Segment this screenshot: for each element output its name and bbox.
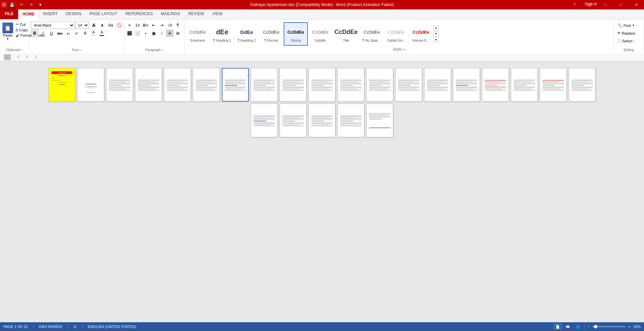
zoom-out-button[interactable]: −: [587, 325, 589, 329]
paragraph-expand-icon[interactable]: ↘: [161, 48, 164, 51]
tab-mailings[interactable]: MAILINGS: [157, 9, 184, 19]
shrink-font-button[interactable]: A: [98, 22, 106, 29]
align-right-button[interactable]: ▪: [142, 30, 149, 37]
maximize-button[interactable]: □: [613, 0, 629, 9]
multilevel-list-button[interactable]: ⊞≡: [142, 22, 149, 29]
replace-button[interactable]: ⟳ Replace: [616, 30, 642, 36]
styles-scroll-down[interactable]: ▼: [433, 31, 439, 37]
page-thumb-11[interactable]: [337, 68, 364, 102]
page-thumb-16[interactable]: [482, 68, 509, 102]
page-thumb-13[interactable]: [395, 68, 422, 102]
zoom-in-button[interactable]: +: [629, 325, 631, 329]
text-effects-button[interactable]: A: [81, 30, 89, 37]
style-normal[interactable]: CcDdEe ¶ Normal: [259, 22, 283, 46]
justify-button[interactable]: ▣: [150, 30, 157, 37]
show-formatting-button[interactable]: ¶: [174, 22, 182, 29]
decrease-indent-button[interactable]: ⇤: [150, 22, 157, 29]
ruler-corner[interactable]: L: [4, 54, 11, 60]
page-thumb-23[interactable]: [337, 104, 364, 137]
page-thumb-8[interactable]: [251, 68, 278, 102]
language-indicator[interactable]: ENGLISH (UNITED STATES): [88, 325, 136, 329]
font-size-select[interactable]: 14: [76, 22, 89, 29]
style-heading2[interactable]: DdEe ¶ Heading 2: [235, 22, 259, 46]
page-thumb-14[interactable]: [424, 68, 451, 102]
strikethrough-button[interactable]: abc: [56, 30, 64, 37]
spelling-icon[interactable]: ☑: [73, 325, 77, 329]
page-thumb-12[interactable]: [366, 68, 393, 102]
paste-button[interactable]: 📋 Paste ▼: [1, 22, 14, 41]
page-thumb-1[interactable]: تحقیق آنلاین Tahghighat.ir فایل ورد و اف…: [48, 68, 75, 102]
find-button[interactable]: 🔍 Find ▼: [616, 22, 642, 29]
tab-view[interactable]: VIEW: [208, 9, 227, 19]
change-case-button[interactable]: Aa: [107, 22, 114, 29]
minimize-button[interactable]: ─: [598, 0, 613, 9]
bold-button[interactable]: B: [31, 30, 38, 37]
page-thumb-20[interactable]: [251, 104, 278, 137]
style-subtle-em[interactable]: CcDdEe Subtle Em...: [384, 22, 408, 46]
zoom-level[interactable]: 10%: [633, 325, 641, 329]
subscript-button[interactable]: x₂: [65, 30, 72, 37]
font-color-button[interactable]: A: [98, 30, 106, 37]
save-qat-button[interactable]: 💾: [8, 1, 16, 8]
style-no-spacing[interactable]: CcDdEe ¶ No Spac...: [360, 22, 384, 46]
tab-insert[interactable]: INSERT: [39, 9, 62, 19]
page-thumb-18[interactable]: [540, 68, 567, 102]
page-thumb-4[interactable]: [135, 68, 162, 102]
increase-indent-button[interactable]: ⇥: [158, 22, 165, 29]
styles-expand-button[interactable]: ▼: [433, 37, 439, 43]
tab-review[interactable]: REVIEW: [184, 9, 208, 19]
page-thumb-21[interactable]: [280, 104, 307, 137]
align-left-button[interactable]: ⬛: [126, 30, 133, 37]
bullets-button[interactable]: ≡: [126, 22, 133, 29]
tab-design[interactable]: DESIGN: [62, 9, 85, 19]
sort-button[interactable]: ↕A: [166, 22, 173, 29]
tab-home[interactable]: HOME: [18, 9, 39, 20]
tab-page-layout[interactable]: PAGE LAYOUT: [85, 9, 121, 19]
style-strong[interactable]: CcDdEe Strong: [284, 22, 308, 46]
clear-formatting-button[interactable]: 🚫: [115, 22, 123, 29]
restore-button[interactable]: ❐: [582, 0, 598, 9]
style-intense-e[interactable]: CcDdEe Intense E...: [409, 22, 433, 46]
undo-qat-button[interactable]: ↶: [17, 1, 26, 8]
styles-expand-icon[interactable]: ↘: [403, 47, 405, 51]
page-thumb-2[interactable]: [77, 68, 104, 102]
document-area[interactable]: تحقیق آنلاین Tahghighat.ir فایل ورد و اف…: [0, 61, 644, 322]
page-thumb-7[interactable]: [222, 68, 249, 102]
page-thumb-24[interactable]: [366, 104, 393, 137]
underline-button[interactable]: U: [48, 30, 55, 37]
tab-references[interactable]: REFERENCES: [121, 9, 157, 19]
page-thumb-19[interactable]: [569, 68, 596, 102]
align-center-button[interactable]: ⬜: [134, 30, 141, 37]
full-reading-view-button[interactable]: 📖: [564, 324, 571, 329]
print-view-button[interactable]: 📄: [554, 324, 561, 329]
style-title[interactable]: CcDdEe Title: [333, 22, 359, 46]
font-expand-icon[interactable]: ↘: [79, 48, 82, 51]
page-thumb-5[interactable]: [164, 68, 191, 102]
customize-qat-button[interactable]: ▼: [36, 1, 44, 8]
shading-button[interactable]: A: [166, 30, 173, 37]
styles-scroll-up[interactable]: ▲: [433, 25, 439, 31]
clipboard-expand-icon[interactable]: ↘: [21, 48, 23, 51]
style-subtitle[interactable]: CcDdEe Subtitle: [308, 22, 332, 46]
web-view-button[interactable]: 🌐: [574, 324, 581, 329]
redo-qat-button[interactable]: ↷: [27, 1, 35, 8]
page-thumb-15[interactable]: [453, 68, 480, 102]
zoom-slider[interactable]: [592, 326, 626, 327]
page-thumb-3[interactable]: [106, 68, 133, 102]
font-family-select[interactable]: Arial Black: [31, 22, 75, 29]
page-thumb-17[interactable]: [511, 68, 538, 102]
borders-button[interactable]: ⊞: [174, 30, 182, 37]
page-thumb-10[interactable]: [309, 68, 335, 102]
superscript-button[interactable]: x²: [73, 30, 80, 37]
close-button[interactable]: ✕: [629, 0, 644, 9]
page-thumb-9[interactable]: [280, 68, 307, 102]
italic-button[interactable]: I: [39, 30, 47, 37]
page-indicator[interactable]: PAGE 1 OF 22: [3, 325, 28, 329]
style-emphasis[interactable]: CcDdEe Emphasis: [186, 22, 210, 46]
select-button[interactable]: ⬚ Select -: [616, 38, 642, 44]
grow-font-button[interactable]: A: [90, 22, 97, 29]
page-thumb-6[interactable]: [193, 68, 220, 102]
numbering-button[interactable]: 1≡: [134, 22, 141, 29]
line-spacing-button[interactable]: ↕: [158, 30, 165, 37]
style-heading1[interactable]: dEe ¶ Heading 1: [210, 22, 234, 46]
